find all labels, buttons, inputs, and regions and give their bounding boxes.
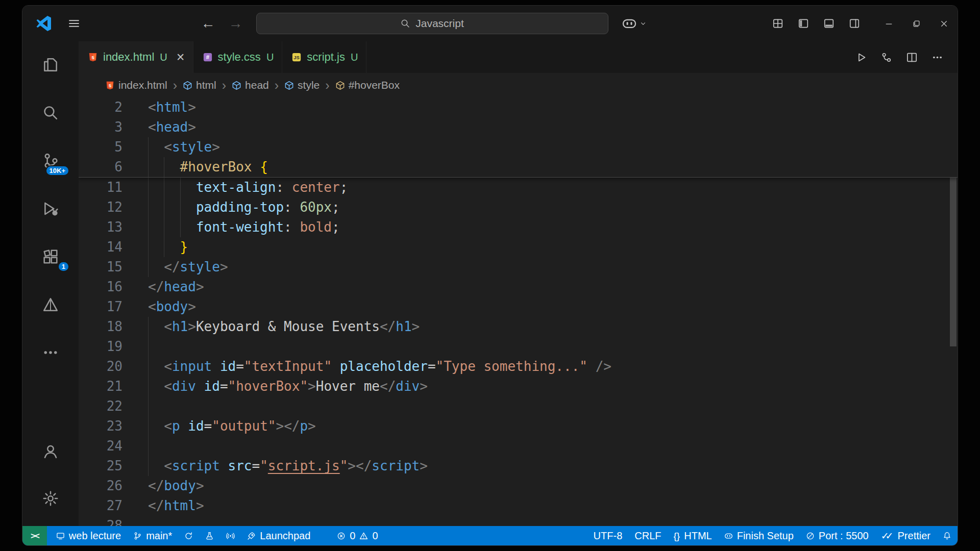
code-line: 18<h1>Keyboard & Mouse Events</h1>: [79, 317, 958, 337]
toggle-primary-sidebar-button[interactable]: [792, 12, 815, 35]
activity-search[interactable]: [35, 97, 66, 128]
close-button[interactable]: [930, 6, 958, 41]
tab-bar: 5index.htmlU×#style.cssUJSscript.jsU: [79, 41, 958, 73]
breadcrumb-item-index.html[interactable]: 5index.html: [105, 79, 167, 91]
status-prettier[interactable]: ✓✓Prettier: [875, 526, 937, 545]
broadcast-icon: [226, 532, 235, 540]
status-label: web lecture: [69, 530, 121, 542]
indent-guide: [164, 178, 180, 197]
activity-badge: 1: [58, 261, 69, 272]
status-encoding[interactable]: UTF-8: [587, 526, 629, 545]
code-token: "textInput": [244, 359, 332, 374]
toggle-secondary-sidebar-button[interactable]: [843, 12, 866, 35]
code-editor[interactable]: 2<html>3<head>5<style>6#hoverBox { 11tex…: [79, 97, 958, 526]
line-content: <body>: [122, 297, 196, 317]
sync-icon: [184, 532, 193, 540]
split-editor-icon[interactable]: [906, 52, 918, 63]
status-label: UTF-8: [594, 530, 623, 542]
activity-settings[interactable]: [35, 483, 66, 514]
status-port[interactable]: Port : 5500: [800, 526, 875, 545]
breadcrumb-item-style[interactable]: style: [284, 79, 320, 91]
tab-script.js[interactable]: JSscript.jsU: [282, 41, 366, 73]
toggle-panel-button[interactable]: [818, 12, 840, 35]
menu-icon[interactable]: [67, 17, 81, 30]
activity-bar-bottom: [35, 436, 66, 514]
status-launchpad[interactable]: Launchpad: [241, 526, 316, 545]
activity-accounts[interactable]: [35, 436, 66, 467]
code-token: [196, 379, 204, 394]
breadcrumb-label: html: [196, 79, 216, 91]
code-token: >: [196, 498, 204, 513]
customize-layout-button[interactable]: [767, 12, 789, 35]
breadcrumb-label: #hoverBox: [349, 79, 400, 91]
code-token: </: [148, 279, 164, 294]
line-number: 18: [79, 317, 122, 337]
command-center-search[interactable]: Javascript: [256, 13, 608, 34]
activity-prism[interactable]: [35, 289, 66, 320]
forward-icon[interactable]: →: [229, 16, 243, 31]
code-token: <: [148, 299, 156, 314]
line-number: 27: [79, 496, 122, 516]
status-git-branch[interactable]: main*: [127, 526, 178, 545]
css-file-icon: #: [203, 52, 213, 62]
status-broadcast[interactable]: [220, 526, 241, 545]
code-area[interactable]: 11text-align: center;12padding-top: 60px…: [79, 178, 958, 526]
status-sync[interactable]: [178, 526, 199, 545]
maximize-button[interactable]: [902, 6, 930, 41]
line-number: 25: [79, 456, 122, 476]
code-token: ;: [332, 199, 340, 215]
line-content: font-weight: bold;: [122, 217, 340, 237]
activity-explorer[interactable]: [35, 49, 66, 80]
line-content: <script src="script.js"></script>: [122, 456, 428, 476]
tab-index.html[interactable]: 5index.htmlU×: [79, 41, 193, 73]
activity-run-and-debug[interactable]: [35, 193, 66, 224]
status-beaker[interactable]: [199, 526, 220, 545]
code-token: =: [236, 359, 244, 374]
status-notifications[interactable]: [937, 526, 958, 545]
breadcrumb-item-#hoverBox[interactable]: #hoverBox: [335, 79, 400, 91]
code-token: >: [188, 119, 196, 135]
extensions-icon: [42, 248, 59, 265]
code-line: 20<input id="textInput" placeholder="Typ…: [79, 357, 958, 377]
code-token: head: [164, 279, 196, 294]
indent-guide: [148, 337, 164, 357]
line-number: 20: [79, 357, 122, 377]
status-problems[interactable]: 00: [331, 526, 384, 545]
tab-style.css[interactable]: #style.cssU: [193, 41, 283, 73]
status-workspace[interactable]: web lecture: [50, 526, 127, 545]
breadcrumb-item-html[interactable]: html: [183, 79, 216, 91]
close-tab-icon[interactable]: ×: [177, 51, 185, 64]
minimize-button[interactable]: [875, 6, 902, 41]
activity-source-control[interactable]: 10K+: [35, 145, 66, 176]
line-content: </body>: [122, 476, 204, 496]
back-icon[interactable]: ←: [201, 16, 215, 31]
breadcrumb: 5index.html›html›head›style›#hoverBox: [79, 73, 958, 97]
line-content: <p id="output"></p>: [122, 416, 316, 436]
activity-more[interactable]: [35, 337, 66, 368]
run-file-icon[interactable]: [855, 52, 867, 63]
indent-guide: [148, 157, 164, 177]
status-remote-indicator[interactable]: ><: [22, 526, 47, 545]
sticky-scroll[interactable]: 2<html>3<head>5<style>6#hoverBox {: [79, 97, 958, 178]
status-language-mode[interactable]: {}HTML: [668, 526, 718, 545]
code-token: :: [284, 219, 300, 235]
layout-grid-icon: [772, 18, 783, 29]
run-debug-icon: [42, 200, 59, 217]
breadcrumb-item-head[interactable]: head: [232, 79, 269, 91]
tab-label: index.html: [103, 51, 154, 64]
line-content: #hoverBox {: [122, 157, 268, 177]
activity-extensions[interactable]: 1: [35, 241, 66, 272]
layout-sidebar-right-icon: [849, 18, 860, 29]
code-token: </: [380, 319, 396, 334]
source-control-graph-icon[interactable]: [880, 52, 892, 63]
code-token: "hoverBox": [228, 379, 308, 394]
line-number: 3: [79, 117, 122, 137]
maximize-icon: [912, 19, 921, 28]
line-number: 16: [79, 277, 122, 297]
status-eol[interactable]: CRLF: [628, 526, 667, 545]
status-label: main*: [146, 530, 172, 542]
status-copilot-status[interactable]: Finish Setup: [718, 526, 800, 545]
editor-more-actions-icon[interactable]: [932, 52, 943, 63]
copilot-menu[interactable]: [622, 16, 647, 31]
indent-guide: [148, 237, 164, 257]
